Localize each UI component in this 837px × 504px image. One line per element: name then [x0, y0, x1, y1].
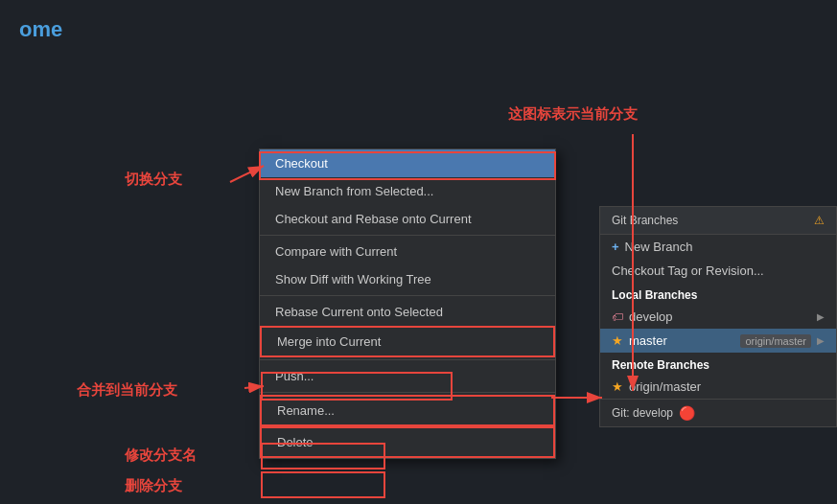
branch-name-master: master — [629, 333, 734, 348]
menu-item-checkout[interactable]: Checkout — [260, 149, 555, 177]
git-status-icon: 🔴 — [679, 405, 695, 421]
new-branch-item[interactable]: + New Branch — [600, 235, 836, 259]
chevron-right-icon: ▶ — [817, 311, 825, 322]
chevron-right-icon-master: ▶ — [817, 335, 825, 346]
context-menu: Checkout New Branch from Selected... Che… — [259, 149, 556, 459]
tag-icon-develop: 🏷 — [612, 310, 623, 324]
local-branches-section: Local Branches — [600, 283, 836, 305]
menu-separator-1 — [260, 235, 555, 236]
git-panel-title: Git Branches — [612, 214, 678, 227]
menu-item-rename[interactable]: Rename... — [260, 395, 555, 426]
menu-item-compare[interactable]: Compare with Current — [260, 238, 555, 265]
ide-title: ome — [19, 17, 62, 42]
menu-item-show-diff[interactable]: Show Diff with Working Tree — [260, 265, 555, 293]
menu-separator-2 — [260, 295, 555, 296]
git-branches-panel: Git Branches ⚠ + New Branch Checkout Tag… — [599, 206, 837, 427]
menu-item-rebase[interactable]: Rebase Current onto Selected — [260, 298, 555, 326]
checkout-tag-label: Checkout Tag or Revision... — [612, 263, 764, 278]
branch-origin-master[interactable]: ★ origin/master — [600, 375, 836, 399]
star-icon-master: ★ — [612, 333, 623, 348]
menu-item-checkout-rebase[interactable]: Checkout and Rebase onto Current — [260, 205, 555, 233]
checkout-tag-item[interactable]: Checkout Tag or Revision... — [600, 259, 836, 283]
branch-name-develop: develop — [629, 309, 811, 324]
origin-master-tag: origin/master — [740, 334, 811, 348]
branch-name-origin: origin/master — [629, 379, 825, 394]
menu-item-push[interactable]: Push... — [260, 362, 555, 390]
menu-item-new-branch[interactable]: New Branch from Selected... — [260, 177, 555, 205]
menu-item-delete[interactable]: Delete — [260, 426, 555, 458]
git-status-label: Git: develop — [612, 406, 673, 420]
branch-develop[interactable]: 🏷 develop ▶ — [600, 305, 836, 329]
git-panel-footer: Git: develop 🔴 — [600, 399, 836, 426]
menu-separator-4 — [260, 392, 555, 393]
star-icon-origin: ★ — [612, 379, 623, 394]
warning-icon: ⚠ — [814, 214, 825, 227]
plus-icon: + — [612, 240, 619, 254]
remote-branches-section: Remote Branches — [600, 353, 836, 375]
git-panel-header: Git Branches ⚠ — [600, 207, 836, 235]
new-branch-label: New Branch — [625, 240, 693, 254]
menu-separator-3 — [260, 359, 555, 360]
menu-item-merge[interactable]: Merge into Current — [260, 326, 555, 357]
branch-master[interactable]: ★ master origin/master ▶ — [600, 329, 836, 353]
